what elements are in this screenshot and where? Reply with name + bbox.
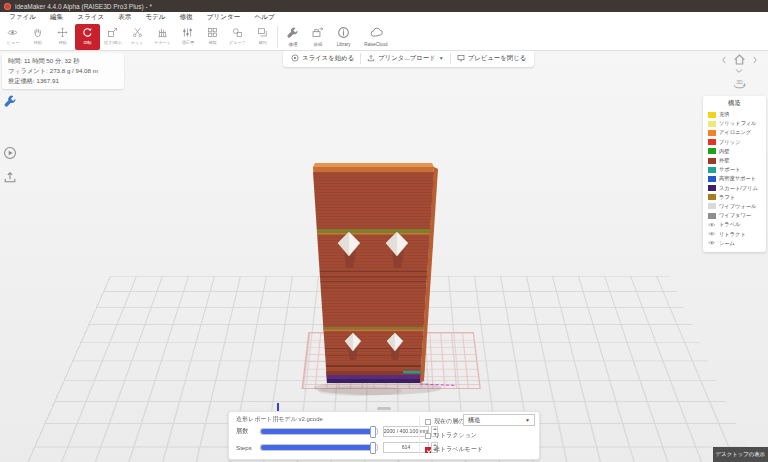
tool-support[interactable]: サポート bbox=[150, 24, 175, 50]
menu-item-修復[interactable]: 修復 bbox=[173, 13, 200, 22]
tool-view[interactable]: ビュー bbox=[0, 24, 25, 50]
slider-fill bbox=[261, 429, 372, 434]
tool-align[interactable]: 整列 bbox=[250, 24, 275, 50]
option-3[interactable]: 非トラベルモード bbox=[425, 445, 483, 454]
tool-cut[interactable]: カット bbox=[125, 24, 150, 50]
menu-item-スライス[interactable]: スライス bbox=[70, 13, 111, 22]
viewport-3d[interactable] bbox=[0, 51, 768, 462]
title-bar: ideaMaker 4.4.0 Alpha (RAISE3D Pro3 Plus… bbox=[0, 0, 768, 12]
menu-item-ファイル[interactable]: ファイル bbox=[2, 13, 43, 22]
option-2[interactable]: リトラクション bbox=[425, 431, 477, 440]
tool-label: 接続 bbox=[313, 41, 322, 46]
rotate-3d-icon[interactable]: 3D bbox=[732, 76, 747, 91]
legend-entry[interactable]: ワイプタワー bbox=[703, 211, 766, 220]
view-mode-dropdown[interactable]: 構造 ▼ bbox=[463, 414, 535, 426]
menu-item-ヘルプ[interactable]: ヘルプ bbox=[247, 13, 281, 22]
side-tool-preview[interactable] bbox=[3, 146, 17, 160]
slider-value[interactable]: 614 bbox=[383, 442, 429, 453]
tool-duplicate[interactable]: 複製 bbox=[200, 24, 225, 50]
legend-entry-label: アイロニング bbox=[719, 130, 751, 137]
chevron-down-icon[interactable] bbox=[734, 66, 744, 76]
app-icon bbox=[4, 3, 11, 10]
legend-rows: 充填ソリッドフィルアイロニングブリッジ内壁外壁サポート高密度サポートスカート/ブ… bbox=[703, 110, 766, 248]
start-slice-button[interactable]: スライスを始める bbox=[285, 49, 360, 67]
menu-item-プリンター[interactable]: プリンター bbox=[200, 13, 248, 22]
tool-label: 整列 bbox=[258, 40, 266, 45]
menu-item-編集[interactable]: 編集 bbox=[43, 13, 70, 22]
legend-entry-label: 内壁 bbox=[719, 148, 729, 155]
upload-to-printer-button[interactable]: プリンタ...プロード▼ bbox=[361, 49, 449, 67]
legend-entry[interactable]: 充填 bbox=[703, 110, 766, 119]
panel-drag-handle[interactable] bbox=[377, 407, 391, 410]
slider-value[interactable]: 2000 / 400.100 mm bbox=[383, 426, 429, 437]
menu-item-表示[interactable]: 表示 bbox=[111, 13, 138, 22]
home-icon[interactable] bbox=[733, 53, 746, 66]
checkbox[interactable] bbox=[425, 433, 431, 439]
legend-entry-label: 充填 bbox=[719, 111, 729, 118]
tool-adaptive-layer[interactable]: 適応層 bbox=[175, 24, 200, 50]
model-preview[interactable] bbox=[298, 151, 458, 416]
option-label: 非トラベルモード bbox=[434, 445, 483, 454]
legend-entry[interactable]: ブリッジ bbox=[703, 138, 766, 147]
side-tool-export[interactable] bbox=[3, 170, 17, 184]
close-preview-button[interactable]: プレビューを閉じる bbox=[451, 49, 533, 67]
slider-track[interactable] bbox=[260, 444, 378, 451]
legend-color-swatch bbox=[708, 130, 716, 136]
legend-entry[interactable]: 内壁 bbox=[703, 147, 766, 156]
tool-label: サポート bbox=[154, 40, 171, 45]
legend-entry[interactable]: シーム bbox=[703, 239, 766, 248]
eye-icon[interactable] bbox=[708, 239, 716, 247]
stat-line: フィラメント:273.8 g / 94.08 m bbox=[8, 66, 118, 76]
legend-entry[interactable]: サポート bbox=[703, 165, 766, 174]
main-toolbar: ビュー移動移動回転拡大/縮小カットサポート適応層複製グループ整列 修理接続Lib… bbox=[0, 23, 768, 51]
legend-entry[interactable]: リトラクト bbox=[703, 229, 766, 238]
info-circle-icon bbox=[337, 26, 350, 39]
legend-entry-label: スカート/ブリム bbox=[719, 185, 758, 192]
legend-entry[interactable]: ワイプウォール bbox=[703, 202, 766, 211]
tool-raisecloud[interactable]: RaiseCloud bbox=[357, 24, 395, 50]
tool-label: 移動 bbox=[33, 40, 41, 45]
tool-rotate[interactable]: 回転 bbox=[75, 24, 100, 50]
hand-icon bbox=[32, 27, 43, 38]
slider-thumb[interactable] bbox=[370, 426, 376, 438]
legend-entry[interactable]: ソリッドフィル bbox=[703, 119, 766, 128]
legend-entry-label: ワイプウォール bbox=[719, 203, 756, 210]
gcode-filename: 造形レポート用モデル v2.gcode bbox=[236, 415, 323, 424]
chevron-right-icon[interactable] bbox=[750, 55, 760, 65]
action-bar: スライスを始めるプリンタ...プロード▼プレビューを閉じる bbox=[283, 49, 534, 67]
slider-label: Steps bbox=[236, 444, 260, 451]
legend-color-swatch bbox=[708, 139, 716, 145]
tool-repair[interactable]: 修理 bbox=[280, 24, 305, 50]
tool-scale[interactable]: 拡大/縮小 bbox=[100, 24, 125, 50]
legend-entry[interactable]: アイロニング bbox=[703, 128, 766, 137]
legend-entry[interactable]: スカート/ブリム bbox=[703, 184, 766, 193]
side-tool-slice-settings[interactable] bbox=[3, 94, 17, 108]
legend-entry[interactable]: ラフト bbox=[703, 193, 766, 202]
slider-thumb[interactable] bbox=[370, 442, 376, 454]
slider-track[interactable] bbox=[260, 428, 378, 435]
legend-entry[interactable]: 高密度サポート bbox=[703, 174, 766, 183]
legend-entry[interactable]: トラベル bbox=[703, 220, 766, 229]
checkbox[interactable] bbox=[425, 419, 431, 425]
cloud-icon bbox=[370, 26, 383, 39]
eye-icon[interactable] bbox=[708, 230, 716, 238]
tool-library[interactable]: Library bbox=[330, 24, 357, 50]
menu-item-モデル[interactable]: モデル bbox=[138, 13, 172, 22]
slider-label: 層数 bbox=[236, 427, 260, 436]
tool-group[interactable]: グループ bbox=[225, 24, 250, 50]
tool-label: 修理 bbox=[288, 41, 297, 46]
model-shadow-soft bbox=[318, 386, 402, 396]
eye-icon[interactable] bbox=[708, 221, 716, 229]
chevron-left-icon[interactable] bbox=[719, 55, 729, 65]
legend-color-swatch bbox=[708, 213, 716, 219]
tool-move[interactable]: 移動 bbox=[50, 24, 75, 50]
checkbox[interactable] bbox=[425, 447, 431, 453]
show-desktop-button[interactable]: デスクトップの表示 bbox=[713, 447, 768, 462]
sliders-icon bbox=[182, 27, 193, 38]
printer-icon bbox=[311, 26, 324, 39]
legend-entry[interactable]: 外壁 bbox=[703, 156, 766, 165]
legend-color-swatch bbox=[708, 148, 716, 154]
tool-connect[interactable]: 接続 bbox=[305, 24, 330, 50]
tool-pan[interactable]: 移動 bbox=[25, 24, 50, 50]
chevron-down-icon[interactable]: ▼ bbox=[439, 55, 444, 61]
